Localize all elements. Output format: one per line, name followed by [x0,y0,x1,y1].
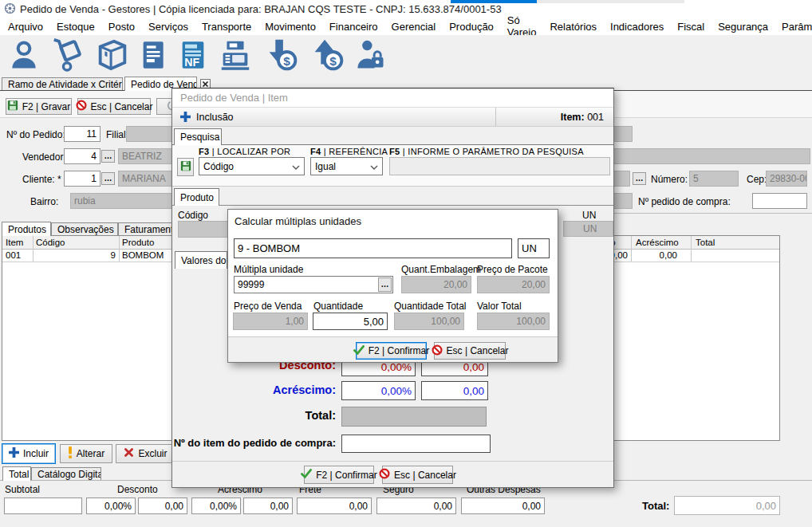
user-lock-icon[interactable] [353,37,388,76]
outras-despesas-field[interactable]: 0,00 [461,498,545,514]
item-counter-label: Item: [561,112,585,123]
package-icon[interactable] [94,37,131,76]
menu-estoque[interactable]: Estoque [56,21,96,33]
mode-label: Inclusão [196,112,234,123]
menu-seguranca[interactable]: Segurança [717,21,769,33]
money-out-icon[interactable]: $ [307,37,345,76]
item-counter: Item: 001 [561,112,604,123]
include-item-button[interactable]: Incluir [2,443,56,464]
f3-label: F3 | LOCALIZAR POR [199,147,290,156]
divider [602,213,812,214]
calc-cancel-button[interactable]: Esc | Cancelar [434,342,506,360]
item-po-field[interactable] [341,435,491,453]
menu-indicadores[interactable]: Indicadores [609,21,664,33]
cash-register-icon[interactable] [216,37,254,76]
seguro-field[interactable]: 0,00 [376,498,456,514]
outras-despesas-value: 0,00 [522,501,541,512]
vendor-code-field[interactable]: 4 [64,148,101,164]
tab-ramo-atividade[interactable]: Ramo de Atividade x Critérios [2,77,123,91]
calc-confirm-button[interactable]: F2 | Confirmar [356,342,427,360]
acrescimo-val-field[interactable]: 0,00 [243,498,293,514]
desconto-val-field[interactable]: 0,00 [138,498,187,514]
menu-relatorios[interactable]: Relatórios [549,21,597,33]
frete-field[interactable]: 0,00 [297,498,372,514]
vendor-lookup-button[interactable]: … [101,150,115,163]
client-lookup-button[interactable]: … [101,172,115,185]
desconto-pct-field[interactable]: 0,00% [86,498,136,514]
multipla-unidade-field[interactable]: 99999 [234,276,393,293]
col-codigo[interactable]: Código [36,238,65,247]
calc-unit-field[interactable]: UN [518,238,550,258]
referencia-value: Igual [315,161,336,172]
multipla-lookup-button[interactable]: … [378,277,392,292]
quantidade-field[interactable]: 5,00 [313,313,388,330]
menu-gerencial[interactable]: Gerencial [391,21,437,33]
quant-embalagem-value: 20,00 [443,279,467,290]
menu-transporte[interactable]: Transporte [201,21,252,33]
tab-catalogo-digital[interactable]: Catálogo Digital [31,467,101,481]
item-cancel-label: Esc | Cancelar [394,470,456,481]
item-cancel-button[interactable]: Esc | Cancelar [382,466,453,484]
alter-item-button[interactable]: Alterar [60,444,112,463]
menu-financeiro[interactable]: Financeiro [329,21,379,33]
tab-observacoes[interactable]: Observações [51,222,118,236]
tab-pesquisa[interactable]: Pesquisa [174,128,222,145]
invoice-icon[interactable] [138,36,170,77]
menu-fiscal[interactable]: Fiscal [676,21,705,33]
search-param-field[interactable] [389,157,610,175]
menu-posto[interactable]: Posto [108,21,136,33]
cancel-order-button[interactable]: Esc | Cancelar [77,98,151,115]
tab-catalogo-digital-label: Catálogo Digital [37,469,101,480]
calc-cancel-label: Esc | Cancelar [447,345,509,356]
referencia-select[interactable]: Igual [310,157,383,175]
valor-total-field: 100,00 [477,313,550,330]
localizar-por-select[interactable]: Código [199,157,305,175]
grand-total-label: Total: [642,500,669,512]
acrescimo-pct-field[interactable]: 0,00% [191,498,241,514]
valor-total-label: Valor Total [477,301,522,312]
item-total-label: Total: [172,409,336,422]
client-code-field[interactable]: 1 [64,171,101,187]
subtotal-field[interactable] [4,498,82,514]
seguro-value: 0,00 [434,501,452,512]
multipla-unidade-value: 99999 [238,279,264,290]
menu-arquivo[interactable]: Arquivo [7,21,44,33]
menu-producao[interactable]: Produção [448,21,495,33]
item-acrescimo-pct-field[interactable]: 0,00% [341,381,416,400]
plus-icon [9,447,19,460]
nf-invoice-icon[interactable]: NF [177,36,209,77]
col-item[interactable]: Item [6,238,23,247]
customer-icon[interactable] [6,37,41,76]
tab-total[interactable]: Total [2,466,31,481]
delete-item-button[interactable]: Excluir [116,444,175,463]
divider [172,205,613,206]
save-icon [180,160,191,174]
purchase-order-field[interactable] [752,193,807,209]
chevron-down-icon [292,161,300,172]
district-value: rubia [74,195,96,206]
tab-total-label: Total [9,469,29,480]
address-lookup-button[interactable]: … [633,172,646,185]
calc-unit-value: UN [522,242,537,254]
order-no-field[interactable]: 11 [64,126,101,142]
save-icon [7,100,18,113]
search-save-button[interactable] [177,158,194,176]
item-acrescimo-val-field[interactable]: 0,00 [421,381,488,400]
calc-product-value: 9 - BOMBOM [238,242,300,254]
item-confirm-button[interactable]: F2 | Confirmar [304,466,374,484]
money-in-icon[interactable]: $ [262,37,300,76]
tab-produtos[interactable]: Produtos [2,222,51,236]
calc-product-field[interactable]: 9 - BOMBOM [234,238,512,258]
tab-produto[interactable]: Produto [174,188,219,206]
menu-servicos[interactable]: Serviços [148,21,189,33]
tab-valores-do-item[interactable]: Valores do It [175,251,227,269]
col-produto[interactable]: Produto [122,238,154,247]
un-label: UN [582,210,596,221]
check-icon [353,345,365,357]
save-order-button[interactable]: F2 | Gravar [6,98,72,115]
menu-movimento[interactable]: Movimento [264,21,317,33]
hand-truck-icon[interactable] [49,37,87,76]
col-acrescimo[interactable]: Acréscimo [636,238,679,247]
col-total[interactable]: Total [696,238,715,247]
menu-parametros[interactable]: Parâmetros [781,21,812,33]
